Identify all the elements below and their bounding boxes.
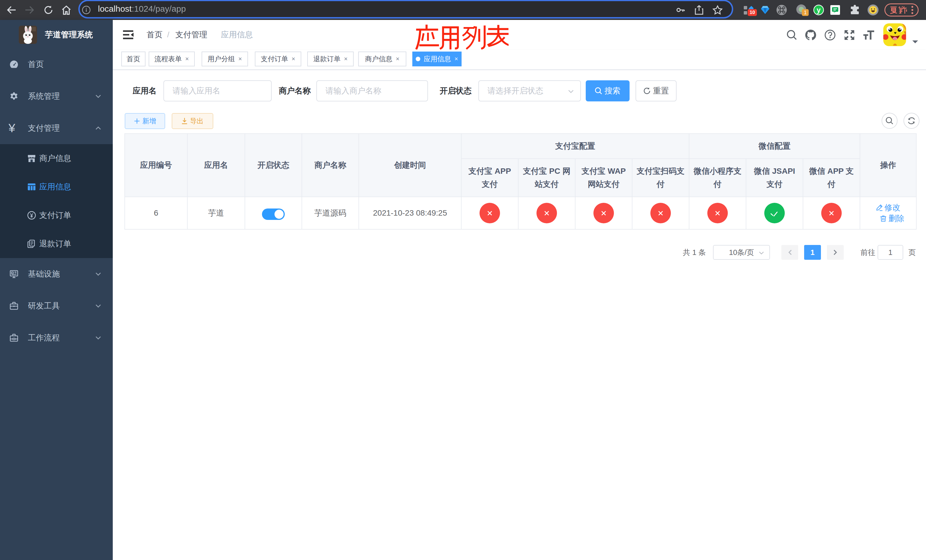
svg-text:y: y (817, 6, 821, 14)
